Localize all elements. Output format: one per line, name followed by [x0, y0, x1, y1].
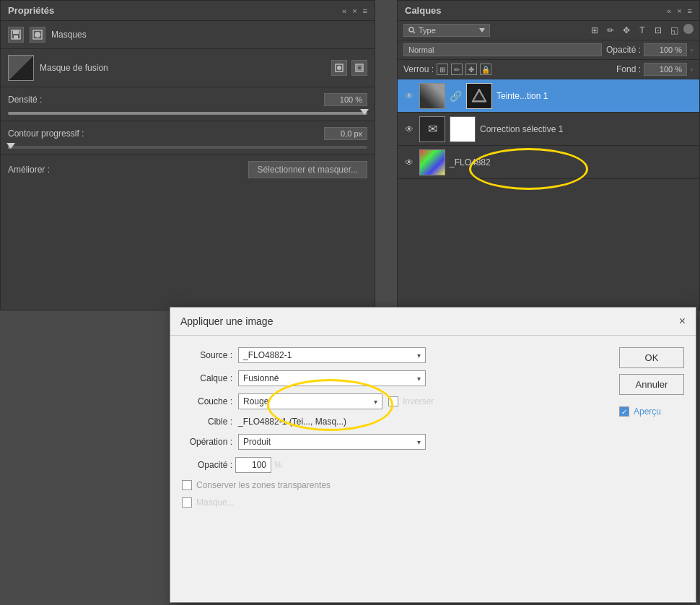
layer-thumb-flo	[419, 149, 445, 175]
opacity-row: Opacité : 100 % ▾	[606, 43, 694, 56]
shape-icon[interactable]: ◱	[668, 24, 681, 37]
calques-panel: Calques « × ≡ Type ⊞ ✏ ✥ T ⊡ ◱ Normal ▾	[397, 0, 700, 310]
calques-collapse-icon[interactable]: «	[667, 6, 671, 15]
opacity-label: Opacité :	[606, 45, 641, 55]
masque-dialog-row: Masque...	[182, 497, 608, 508]
layer-name-correction: Correction sélective 1	[480, 124, 694, 134]
opacity-dropdown-arrow[interactable]: ▾	[690, 46, 694, 54]
contour-slider[interactable]	[8, 146, 367, 149]
source-value: _FLO4882-1	[243, 350, 292, 360]
layer-name-teinte: Teinte...tion 1	[496, 91, 694, 101]
properties-controls: « × ≡	[342, 6, 367, 15]
svg-rect-1	[13, 30, 19, 34]
cible-label: Cible :	[182, 417, 232, 427]
crop-icon[interactable]: ⊡	[652, 24, 665, 37]
opacite-row: Opacité : %	[182, 457, 608, 473]
calques-close-icon[interactable]: ×	[677, 6, 681, 15]
conserve-label: Conserver les zones transparentes	[196, 480, 331, 490]
densite-slider[interactable]	[8, 112, 367, 115]
calques-menu-icon[interactable]: ≡	[688, 6, 692, 15]
svg-point-4	[35, 32, 40, 38]
calques-controls: « × ≡	[667, 6, 692, 15]
apercu-label: Aperçu	[634, 406, 661, 417]
operation-dropdown[interactable]: Produit ▾	[238, 434, 426, 450]
properties-panel: Propriétés « × ≡ Masques Masque de fusio…	[0, 0, 375, 310]
source-dropdown[interactable]: _FLO4882-1 ▾	[238, 347, 426, 363]
panel-menu-icon[interactable]: ≡	[363, 6, 367, 15]
dialog-close-button[interactable]: ×	[679, 315, 686, 328]
verrou-move-icon[interactable]: ✥	[465, 64, 477, 75]
calque-label: Calque :	[182, 373, 232, 383]
calque-dropdown[interactable]: Fusionné ▾	[238, 370, 426, 386]
chain-icon-teinte: 🔗	[450, 90, 462, 102]
blend-mode-row: Normal ▾ Opacité : 100 % ▾	[398, 40, 699, 60]
verrou-row: Verrou : ⊞ ✏ ✥ 🔒 Fond : 100 % ▾	[398, 60, 699, 79]
couche-row: Couche : Rouge ▾ Inverser	[182, 393, 608, 409]
masque-circle-btn[interactable]	[331, 60, 347, 76]
eye-icon-teinte[interactable]: 👁	[403, 90, 415, 102]
contour-row: Contour progressif : 0,0 px	[1, 121, 375, 155]
inverser-row: Inverser	[388, 396, 434, 406]
opacite-input[interactable]	[235, 457, 271, 473]
inverser-label: Inverser	[403, 396, 434, 406]
verrou-grid-icon[interactable]: ⊞	[437, 64, 448, 75]
conserve-checkbox[interactable]	[182, 480, 192, 490]
mask-icon-btn[interactable]	[30, 27, 45, 43]
couche-label: Couche :	[182, 396, 232, 406]
densite-row: Densité : 100 %	[1, 87, 375, 121]
close-icon[interactable]: ×	[352, 6, 356, 15]
densite-value[interactable]: 100 %	[324, 93, 367, 106]
contour-label: Contour progressif :	[8, 129, 84, 139]
calques-search[interactable]: Type	[403, 24, 490, 37]
fond-value[interactable]: 100 %	[644, 63, 687, 76]
save-icon-btn[interactable]	[8, 27, 24, 43]
blend-mode-dropdown[interactable]: Normal ▾	[403, 43, 602, 56]
operation-value: Produit	[243, 437, 271, 447]
properties-panel-header: Propriétés « × ≡	[1, 1, 375, 21]
layer-mask-thumb-teinte	[466, 83, 492, 109]
blend-mode-value: Normal	[408, 45, 434, 54]
apply-image-dialog: Appliquer une image × Source : _FLO4882-…	[170, 307, 696, 603]
collapse-icon[interactable]: «	[342, 6, 346, 15]
apercu-row: ✓ Aperçu	[619, 406, 684, 417]
layer-row-flo[interactable]: 👁 _FLO4882	[398, 146, 699, 179]
layer-row-teinte[interactable]: 👁 🔗 Teinte...tion 1	[398, 79, 699, 113]
operation-row: Opération : Produit ▾	[182, 434, 608, 450]
move-icon[interactable]: ✥	[620, 24, 633, 37]
cible-value: _FLO4882-1 (Tei..., Masq...)	[238, 417, 346, 427]
opacity-value[interactable]: 100 %	[644, 43, 687, 56]
verrou-brush-icon[interactable]: ✏	[451, 64, 463, 75]
annuler-button[interactable]: Annuler	[619, 374, 684, 395]
masque-transform-btn[interactable]	[351, 60, 367, 76]
ameliorer-row: Améliorer : Sélectionner et masquer...	[1, 155, 375, 184]
operation-label: Opération :	[182, 437, 232, 447]
eye-icon-flo[interactable]: 👁	[403, 157, 415, 168]
selectionner-masquer-button[interactable]: Sélectionner et masquer...	[248, 161, 367, 178]
masque-thumbnail	[8, 55, 34, 81]
masque-fusion-label: Masque de fusion	[40, 63, 325, 73]
apercu-checkbox[interactable]: ✓	[619, 406, 629, 417]
verrou-lock-icon[interactable]: 🔒	[480, 64, 491, 75]
grid-icon[interactable]: ⊞	[588, 24, 601, 37]
dialog-title: Appliquer une image	[180, 315, 273, 327]
fond-dropdown-arrow[interactable]: ▾	[690, 66, 694, 74]
layer-row-correction[interactable]: 👁 ✉ Correction sélective 1	[398, 113, 699, 146]
contour-label-row: Contour progressif : 0,0 px	[8, 127, 367, 140]
fond-label: Fond :	[616, 64, 641, 74]
couche-dropdown[interactable]: Rouge ▾	[238, 393, 382, 409]
couche-value: Rouge	[243, 396, 268, 406]
masque-actions	[331, 60, 367, 76]
svg-line-10	[414, 32, 416, 34]
ok-button[interactable]: OK	[619, 347, 684, 368]
masques-label: Masques	[51, 30, 87, 40]
inverser-checkbox[interactable]	[388, 396, 398, 406]
masque-checkbox[interactable]	[182, 497, 192, 508]
masque-dialog-label: Masque...	[196, 497, 235, 508]
brush-icon[interactable]: ✏	[604, 24, 617, 37]
layer-mask-thumb-correction	[450, 116, 476, 142]
text-icon[interactable]: T	[636, 24, 649, 37]
contour-value[interactable]: 0,0 px	[324, 127, 367, 140]
dot-icon	[683, 24, 694, 34]
eye-icon-correction[interactable]: 👁	[403, 123, 415, 135]
dialog-form: Source : _FLO4882-1 ▾ Calque : Fusionné …	[182, 347, 608, 508]
